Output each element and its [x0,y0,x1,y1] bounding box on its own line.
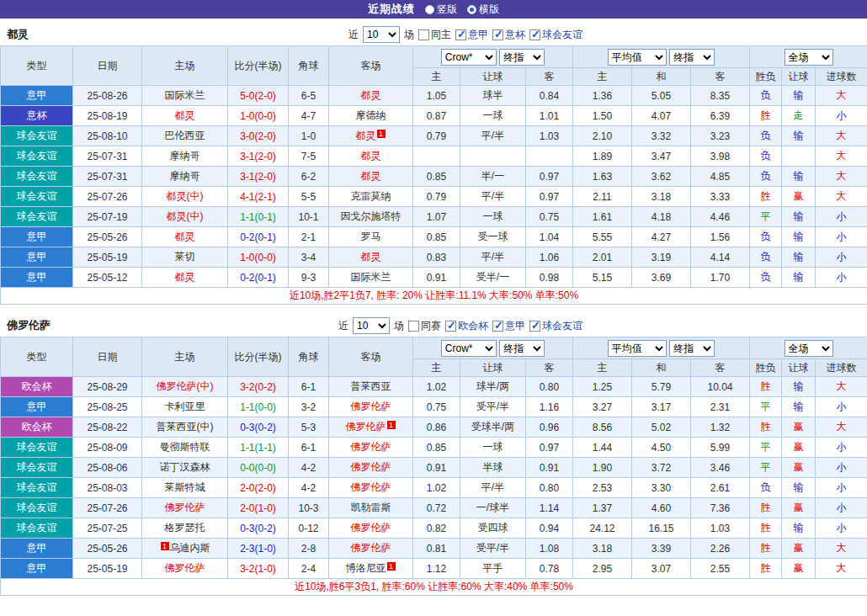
league-filter-checkbox[interactable] [445,321,456,332]
home-team[interactable]: 国际米兰 [142,86,228,106]
away-team[interactable]: 都灵1 [329,126,413,146]
away-team[interactable]: 国际米兰 [329,268,413,288]
home-team[interactable]: 佛罗伦萨 [142,498,228,518]
home-team[interactable]: 都灵 [142,268,228,288]
league-filter-checkbox[interactable] [492,321,503,332]
same-venue-checkbox-label[interactable]: 同主 [418,28,451,42]
away-team[interactable]: 佛罗伦萨 [329,478,413,498]
layout-option-vertical[interactable]: 竖版 [425,3,457,17]
match-score[interactable]: 1-1(0-0) [228,397,289,417]
away-team[interactable]: 都灵 [329,247,413,268]
league-filter-checkbox-label[interactable]: 欧会杯 [445,319,488,333]
away-team[interactable]: 摩德纳 [329,106,413,126]
home-team[interactable]: 诺丁汉森林 [142,458,228,478]
match-score[interactable]: 2-0(2-0) [228,478,289,498]
away-team[interactable]: 佛罗伦萨 [329,518,413,539]
match-score[interactable]: 0-3(0-2) [228,417,289,438]
league-filter-checkbox-label[interactable]: 球会友谊 [529,28,582,42]
home-team[interactable]: 都灵(中) [142,207,228,227]
match-score[interactable]: 0-3(0-2) [228,518,289,539]
away-team[interactable]: 普莱西亚 [329,377,413,397]
home-team[interactable]: 卡利亚里 [142,397,228,417]
same-venue-checkbox-label[interactable]: 同赛 [408,319,441,333]
away-team[interactable]: 佛罗伦萨 [329,458,413,478]
home-team[interactable]: 格罗瑟托 [142,518,228,539]
match-score[interactable]: 1-0(0-0) [228,106,289,126]
league-filter-checkbox-label[interactable]: 意甲 [492,319,525,333]
bookmaker-select[interactable]: Crow* [441,49,497,66]
vertical-layout-radio[interactable] [425,5,434,14]
odds-stage-select[interactable]: 终指 [499,340,545,357]
bookmaker-select[interactable]: Crow* [441,340,497,357]
away-team[interactable]: 都灵 [329,167,413,187]
home-team[interactable]: 佛罗伦萨 [142,559,228,579]
home-team[interactable]: 都灵 [142,106,228,126]
away-team[interactable]: 都灵 [329,86,413,106]
away-team[interactable]: 佛罗伦萨1 [329,417,413,438]
away-team[interactable]: 佛罗伦萨 [329,539,413,559]
average-select[interactable]: 平均值 [608,340,667,357]
home-team[interactable]: 佛罗伦萨(中) [142,377,228,397]
home-team[interactable]: 摩纳哥 [142,167,228,187]
average-stage-select[interactable]: 终指 [669,49,715,66]
away-team[interactable]: 克雷莫纳 [329,187,413,207]
odds-home: 0.79 [413,187,460,207]
match-score[interactable]: 4-1(2-1) [228,187,289,207]
match-count-select[interactable]: 10 [353,317,390,334]
away-team[interactable]: 凯勒雷斯 [329,498,413,518]
layout-option-horizontal[interactable]: 横版 [467,3,499,17]
same-venue-checkbox[interactable] [408,321,419,332]
away-team[interactable]: 因戈尔施塔特 [329,207,413,227]
away-team[interactable]: 佛罗伦萨 [329,438,413,458]
league-filter-checkbox-label[interactable]: 意甲 [455,28,488,42]
home-team[interactable]: 摩纳哥 [142,146,228,167]
home-team[interactable]: 莱切 [142,247,228,268]
home-team[interactable]: 曼彻斯特联 [142,438,228,458]
same-venue-checkbox[interactable] [418,29,429,40]
match-score[interactable]: 1-0(0-0) [228,247,289,268]
match-score[interactable]: 1-1(1-1) [228,438,289,458]
home-team[interactable]: 1乌迪内斯 [142,539,228,559]
horizontal-layout-radio[interactable] [467,5,476,14]
match-score[interactable]: 3-2(0-2) [228,377,289,397]
away-team[interactable]: 都灵 [329,146,413,167]
scope-select[interactable]: 全场 [785,340,833,357]
match-score[interactable]: 1-1(0-1) [228,207,289,227]
match-score[interactable]: 3-1(2-0) [228,146,289,167]
home-team-text: 曼彻斯特联 [160,441,210,453]
home-team[interactable]: 莱斯特城 [142,478,228,498]
match-score[interactable]: 3-2(1-0) [228,559,289,579]
league-filter-checkbox-label[interactable]: 球会友谊 [529,319,582,333]
league-filter-checkbox[interactable] [529,29,540,40]
match-score[interactable]: 0-2(0-1) [228,227,289,247]
away-team[interactable]: 罗马 [329,227,413,247]
home-team[interactable]: 普莱西亚(中) [142,417,228,438]
match-score[interactable]: 0-0(0-0) [228,458,289,478]
subcol-odds-home: 主 [413,68,460,86]
goals-outcome: 大 [816,167,867,187]
league-filter-checkbox[interactable] [529,321,540,332]
odds-stage-select[interactable]: 终指 [499,49,545,66]
match-count-select[interactable]: 10 [363,26,400,43]
home-team[interactable]: 都灵 [142,227,228,247]
match-score[interactable]: 3-1(2-0) [228,167,289,187]
away-team[interactable]: 博洛尼亚1 [329,559,413,579]
home-team[interactable]: 巴伦西亚 [142,126,228,146]
league-filter-checkbox[interactable] [455,29,466,40]
odds-away: 0.94 [526,518,573,539]
scope-select[interactable]: 全场 [785,49,833,66]
match-score[interactable]: 3-0(2-0) [228,126,289,146]
match-score[interactable]: 2-3(1-0) [228,539,289,559]
match-score[interactable]: 0-2(0-1) [228,268,289,288]
average-select[interactable]: 平均值 [608,49,667,66]
handicap-outcome: 赢 [782,417,816,438]
league-filter-checkbox-label[interactable]: 意杯 [492,28,525,42]
match-score[interactable]: 2-0(1-0) [228,498,289,518]
league-filter-checkbox[interactable] [492,29,503,40]
summary-text: 近10场,胜2平1负7, 胜率: 20% 让胜率:11.1% 大率:50% 单率… [1,288,867,305]
odds-handicap: 受一球 [460,227,526,247]
away-team[interactable]: 佛罗伦萨 [329,397,413,417]
average-stage-select[interactable]: 终指 [669,340,715,357]
match-score[interactable]: 5-0(2-0) [228,86,289,106]
home-team[interactable]: 都灵(中) [142,187,228,207]
